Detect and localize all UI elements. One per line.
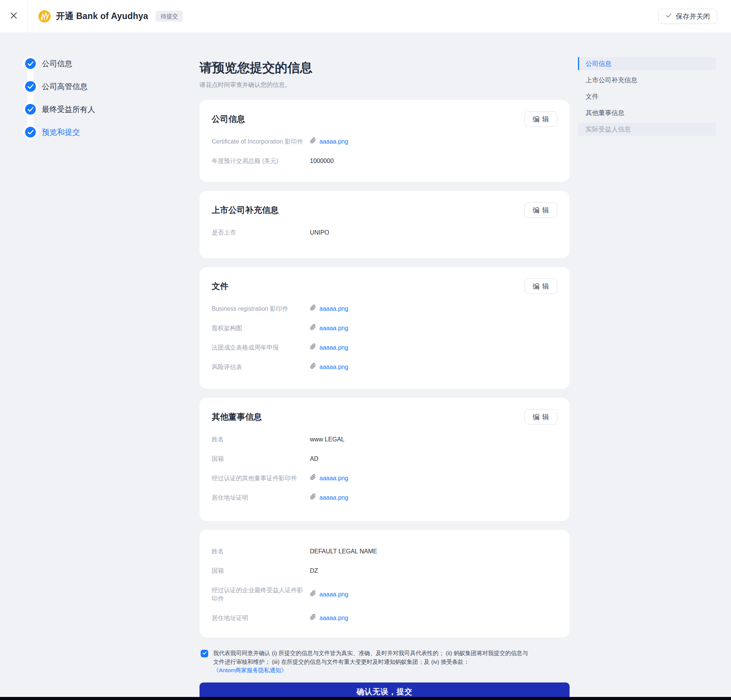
edit-button[interactable]: 编辑 bbox=[524, 409, 557, 425]
step-navigation: 公司信息公司高管信息最终受益所有人预览和提交 bbox=[25, 58, 139, 150]
field-label: 是否上市 bbox=[212, 229, 310, 237]
agreement-text-line: 我代表我司同意并确认 (i) 所提交的信息与文件皆为真实、准确、及时并对我司具代… bbox=[213, 649, 528, 658]
field-label: 国籍 bbox=[212, 455, 310, 463]
attachment-link[interactable]: aaaaa.png bbox=[319, 363, 348, 371]
attachment: aaaaa.png bbox=[310, 590, 348, 599]
close-icon bbox=[10, 11, 18, 21]
paperclip-icon bbox=[310, 494, 316, 502]
step-item-4[interactable]: 预览和提交 bbox=[25, 127, 139, 137]
field-value: www LEGAL bbox=[310, 435, 345, 444]
field-label: 国籍 bbox=[212, 567, 310, 575]
toc-item-4[interactable]: 其他董事信息 bbox=[578, 106, 716, 119]
step-item-1[interactable]: 公司信息 bbox=[25, 58, 139, 69]
summary-card: 文件编辑Business registration 影印件aaaaa.png股权… bbox=[200, 267, 570, 389]
step-label: 最终受益所有人 bbox=[42, 104, 95, 115]
attachment: aaaaa.png bbox=[310, 305, 348, 313]
section-toc: 公司信息上市公司补充信息文件其他董事信息实际受益人信息 bbox=[578, 57, 716, 139]
edit-button[interactable]: 编辑 bbox=[524, 202, 557, 218]
field-label: 法团成立表格或周年申报 bbox=[212, 344, 310, 352]
card-title: 公司信息 bbox=[212, 113, 245, 125]
field-row: 年度预计交易总额 (美元)1000000 bbox=[212, 157, 557, 165]
page-app-title: 开通 Bank of Ayudhya bbox=[56, 10, 148, 22]
close-button[interactable] bbox=[0, 0, 27, 33]
save-and-close-button[interactable]: 保存并关闭 bbox=[658, 9, 717, 24]
attachment-link[interactable]: aaaaa.png bbox=[319, 324, 348, 332]
field-label: 经过认证的企业最终受益人证件影印件 bbox=[212, 586, 310, 603]
field-row: Certificate of Incorporation 影印件aaaaa.pn… bbox=[212, 137, 557, 146]
field-row: 姓名www LEGAL bbox=[212, 435, 557, 444]
status-badge: 待提交 bbox=[156, 11, 183, 22]
attachment: aaaaa.png bbox=[310, 614, 348, 622]
attachment: aaaaa.png bbox=[310, 344, 348, 352]
step-item-2[interactable]: 公司高管信息 bbox=[25, 81, 139, 92]
field-label: 姓名 bbox=[212, 435, 310, 444]
card-header: 其他董事信息编辑 bbox=[212, 409, 557, 425]
privacy-notice-link[interactable]: 《Antom商家服务隐私通知》 bbox=[213, 666, 287, 675]
toc-item-3[interactable]: 文件 bbox=[578, 90, 716, 103]
paperclip-icon bbox=[310, 305, 316, 313]
field-label: 居住地址证明 bbox=[212, 494, 310, 502]
toc-item-1[interactable]: 公司信息 bbox=[578, 57, 716, 70]
field-rows: 姓名www LEGAL国籍AD经过认证的其他董事证件影印件aaaaa.png居住… bbox=[212, 435, 557, 502]
step-track bbox=[27, 63, 34, 136]
edit-button[interactable]: 编辑 bbox=[524, 111, 557, 127]
field-row: 经过认证的其他董事证件影印件aaaaa.png bbox=[212, 474, 557, 483]
field-value: DZ bbox=[310, 567, 318, 575]
footer-bar bbox=[0, 697, 731, 700]
step-label: 公司高管信息 bbox=[42, 82, 88, 92]
field-rows: 是否上市UNIPO bbox=[212, 229, 557, 237]
agreement-text-line: 文件进行审核和维护； (iii) 在所提交的信息与文件有重大变更时及时通知蚂蚁集… bbox=[213, 658, 528, 666]
attachment-link[interactable]: aaaaa.png bbox=[319, 474, 348, 483]
page-title: 请预览您提交的信息 bbox=[200, 60, 570, 75]
paperclip-icon bbox=[310, 344, 316, 352]
paperclip-icon bbox=[310, 324, 316, 332]
card-header: 文件编辑 bbox=[212, 278, 557, 294]
check-icon bbox=[666, 12, 672, 21]
summary-card: 姓名DEFAULT LEGAL NAME国籍DZ经过认证的企业最终受益人证件影印… bbox=[200, 530, 570, 638]
field-label: 居住地址证明 bbox=[212, 614, 310, 622]
attachment-link[interactable]: aaaaa.png bbox=[319, 305, 348, 313]
step-item-3[interactable]: 最终受益所有人 bbox=[25, 104, 139, 115]
attachment-link[interactable]: aaaaa.png bbox=[319, 590, 348, 599]
attachment-link[interactable]: aaaaa.png bbox=[319, 344, 348, 352]
field-row: 经过认证的企业最终受益人证件影印件aaaaa.png bbox=[212, 586, 557, 603]
summary-cards: 公司信息编辑Certificate of Incorporation 影印件aa… bbox=[200, 100, 570, 638]
bank-logo-icon bbox=[38, 10, 51, 22]
field-label: 姓名 bbox=[212, 547, 310, 556]
field-rows: Certificate of Incorporation 影印件aaaaa.pn… bbox=[212, 137, 557, 165]
field-row: 股权架构图aaaaa.png bbox=[212, 324, 557, 332]
attachment-link[interactable]: aaaaa.png bbox=[319, 137, 348, 146]
field-row: 法团成立表格或周年申报aaaaa.png bbox=[212, 344, 557, 352]
field-row: 国籍DZ bbox=[212, 567, 557, 575]
step-check-icon bbox=[25, 58, 36, 69]
card-header: 公司信息编辑 bbox=[212, 111, 557, 127]
brand: 开通 Bank of Ayudhya 待提交 bbox=[38, 10, 183, 22]
field-value: 1000000 bbox=[310, 157, 334, 165]
card-header: 上市公司补充信息编辑 bbox=[212, 202, 557, 218]
field-row: 国籍AD bbox=[212, 455, 557, 463]
attachment-link[interactable]: aaaaa.png bbox=[319, 614, 348, 622]
attachment-link[interactable]: aaaaa.png bbox=[319, 494, 348, 502]
field-row: 居住地址证明aaaaa.png bbox=[212, 614, 557, 622]
toc-item-5[interactable]: 实际受益人信息 bbox=[578, 123, 716, 136]
step-check-icon bbox=[25, 127, 36, 137]
field-row: 居住地址证明aaaaa.png bbox=[212, 494, 557, 502]
step-label: 公司信息 bbox=[42, 59, 72, 69]
field-label: Business registration 影印件 bbox=[212, 305, 310, 313]
agreement-checkbox[interactable] bbox=[201, 650, 208, 657]
attachment: aaaaa.png bbox=[310, 474, 348, 483]
card-title: 其他董事信息 bbox=[212, 411, 262, 423]
field-label: Certificate of Incorporation 影印件 bbox=[212, 137, 310, 146]
field-value: UNIPO bbox=[310, 229, 329, 237]
field-label: 风险评估表 bbox=[212, 363, 310, 371]
field-label: 年度预计交易总额 (美元) bbox=[212, 157, 310, 165]
field-row: 是否上市UNIPO bbox=[212, 229, 557, 237]
field-value: AD bbox=[310, 455, 318, 463]
step-check-icon bbox=[25, 81, 36, 92]
toc-item-2[interactable]: 上市公司补充信息 bbox=[578, 74, 716, 86]
paperclip-icon bbox=[310, 614, 316, 622]
paperclip-icon bbox=[310, 363, 316, 371]
field-value: DEFAULT LEGAL NAME bbox=[310, 547, 377, 556]
edit-button[interactable]: 编辑 bbox=[524, 278, 557, 294]
field-label: 经过认证的其他董事证件影印件 bbox=[212, 474, 310, 483]
